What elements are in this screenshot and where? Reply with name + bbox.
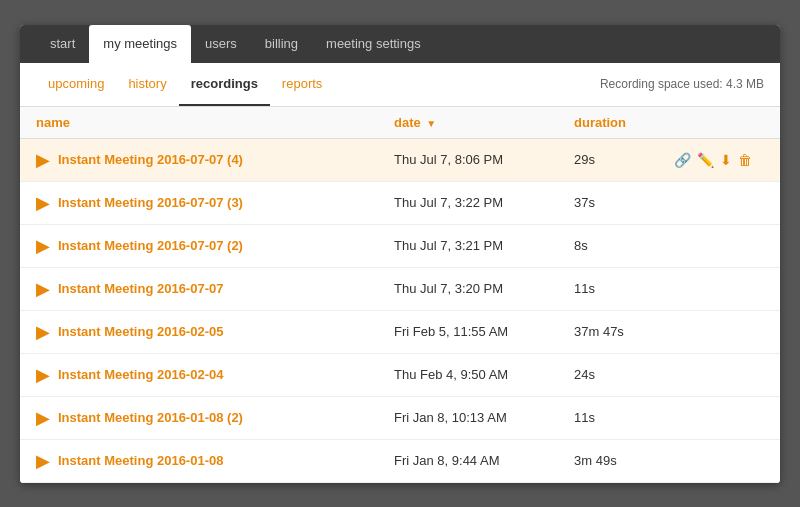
- recordings-table: name date ▼ duration ▶ Instant Meeting 2…: [20, 107, 780, 483]
- meeting-name[interactable]: Instant Meeting 2016-07-07 (4): [58, 152, 243, 167]
- row-duration-cell: 29s: [574, 152, 674, 167]
- link-icon[interactable]: 🔗: [674, 152, 691, 168]
- row-date-cell: Thu Jul 7, 3:21 PM: [394, 238, 574, 253]
- play-icon[interactable]: ▶: [36, 192, 50, 214]
- subnav-upcoming[interactable]: upcoming: [36, 62, 116, 106]
- col-header-actions: [674, 115, 764, 130]
- play-icon[interactable]: ▶: [36, 450, 50, 472]
- play-icon[interactable]: ▶: [36, 278, 50, 300]
- table-row: ▶ Instant Meeting 2016-01-08 (2) Fri Jan…: [20, 397, 780, 440]
- nav-item-users[interactable]: users: [191, 25, 251, 63]
- row-name-cell: ▶ Instant Meeting 2016-01-08: [36, 450, 394, 472]
- row-duration-cell: 11s: [574, 410, 674, 425]
- row-name-cell: ▶ Instant Meeting 2016-02-05: [36, 321, 394, 343]
- subnav-reports[interactable]: reports: [270, 62, 334, 106]
- row-name-cell: ▶ Instant Meeting 2016-07-07: [36, 278, 394, 300]
- recording-space-label: Recording space used: 4.3 MB: [600, 77, 764, 91]
- col-header-name: name: [36, 115, 394, 130]
- delete-icon[interactable]: 🗑: [738, 152, 752, 168]
- table-row: ▶ Instant Meeting 2016-07-07 (3) Thu Jul…: [20, 182, 780, 225]
- meeting-name[interactable]: Instant Meeting 2016-01-08 (2): [58, 410, 243, 425]
- row-duration-cell: 37s: [574, 195, 674, 210]
- row-name-cell: ▶ Instant Meeting 2016-07-07 (3): [36, 192, 394, 214]
- row-duration-cell: 24s: [574, 367, 674, 382]
- row-duration-cell: 8s: [574, 238, 674, 253]
- nav-item-billing[interactable]: billing: [251, 25, 312, 63]
- download-icon[interactable]: ⬇: [720, 152, 732, 168]
- row-actions-cell: 🔗 ✏️ ⬇ 🗑: [674, 152, 764, 168]
- meeting-name[interactable]: Instant Meeting 2016-07-07: [58, 281, 223, 296]
- top-nav: start my meetings users billing meeting …: [20, 25, 780, 63]
- meeting-name[interactable]: Instant Meeting 2016-01-08: [58, 453, 223, 468]
- meeting-name[interactable]: Instant Meeting 2016-02-05: [58, 324, 223, 339]
- play-icon[interactable]: ▶: [36, 235, 50, 257]
- table-row: ▶ Instant Meeting 2016-07-07 Thu Jul 7, …: [20, 268, 780, 311]
- row-date-cell: Fri Jan 8, 9:44 AM: [394, 453, 574, 468]
- row-duration-cell: 37m 47s: [574, 324, 674, 339]
- row-name-cell: ▶ Instant Meeting 2016-01-08 (2): [36, 407, 394, 429]
- row-date-cell: Thu Feb 4, 9:50 AM: [394, 367, 574, 382]
- sub-nav: upcoming history recordings reports Reco…: [20, 63, 780, 107]
- table-row: ▶ Instant Meeting 2016-07-07 (2) Thu Jul…: [20, 225, 780, 268]
- table-row: ▶ Instant Meeting 2016-02-04 Thu Feb 4, …: [20, 354, 780, 397]
- table-row: ▶ Instant Meeting 2016-07-07 (4) Thu Jul…: [20, 139, 780, 182]
- table-header: name date ▼ duration: [20, 107, 780, 139]
- play-icon[interactable]: ▶: [36, 407, 50, 429]
- sort-arrow-icon: ▼: [426, 118, 436, 129]
- col-header-duration: duration: [574, 115, 674, 130]
- row-duration-cell: 3m 49s: [574, 453, 674, 468]
- subnav-recordings[interactable]: recordings: [179, 62, 270, 106]
- row-name-cell: ▶ Instant Meeting 2016-07-07 (4): [36, 149, 394, 171]
- row-date-cell: Thu Jul 7, 3:22 PM: [394, 195, 574, 210]
- row-name-cell: ▶ Instant Meeting 2016-02-04: [36, 364, 394, 386]
- nav-item-my-meetings[interactable]: my meetings: [89, 25, 191, 63]
- nav-item-meeting-settings[interactable]: meeting settings: [312, 25, 435, 63]
- table-row: ▶ Instant Meeting 2016-01-08 Fri Jan 8, …: [20, 440, 780, 483]
- edit-icon[interactable]: ✏️: [697, 152, 714, 168]
- nav-item-start[interactable]: start: [36, 25, 89, 63]
- meeting-name[interactable]: Instant Meeting 2016-07-07 (3): [58, 195, 243, 210]
- row-date-cell: Fri Jan 8, 10:13 AM: [394, 410, 574, 425]
- meeting-name[interactable]: Instant Meeting 2016-07-07 (2): [58, 238, 243, 253]
- row-duration-cell: 11s: [574, 281, 674, 296]
- row-name-cell: ▶ Instant Meeting 2016-07-07 (2): [36, 235, 394, 257]
- row-date-cell: Thu Jul 7, 3:20 PM: [394, 281, 574, 296]
- meeting-name[interactable]: Instant Meeting 2016-02-04: [58, 367, 223, 382]
- app-container: start my meetings users billing meeting …: [20, 25, 780, 483]
- table-row: ▶ Instant Meeting 2016-02-05 Fri Feb 5, …: [20, 311, 780, 354]
- play-icon[interactable]: ▶: [36, 364, 50, 386]
- table-body: ▶ Instant Meeting 2016-07-07 (4) Thu Jul…: [20, 139, 780, 483]
- row-date-cell: Fri Feb 5, 11:55 AM: [394, 324, 574, 339]
- col-header-date[interactable]: date ▼: [394, 115, 574, 130]
- play-icon[interactable]: ▶: [36, 321, 50, 343]
- row-date-cell: Thu Jul 7, 8:06 PM: [394, 152, 574, 167]
- play-icon[interactable]: ▶: [36, 149, 50, 171]
- subnav-history[interactable]: history: [116, 62, 178, 106]
